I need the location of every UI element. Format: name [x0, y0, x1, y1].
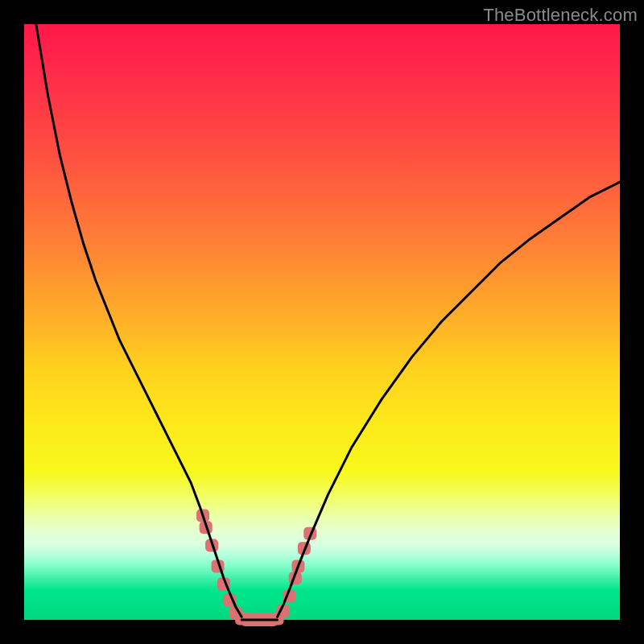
chart-svg	[24, 24, 620, 620]
chart-frame: TheBottleneck.com	[0, 0, 644, 644]
bottleneck-right-curve	[278, 182, 621, 617]
plot-area	[24, 24, 620, 620]
watermark-text: TheBottleneck.com	[483, 5, 638, 26]
